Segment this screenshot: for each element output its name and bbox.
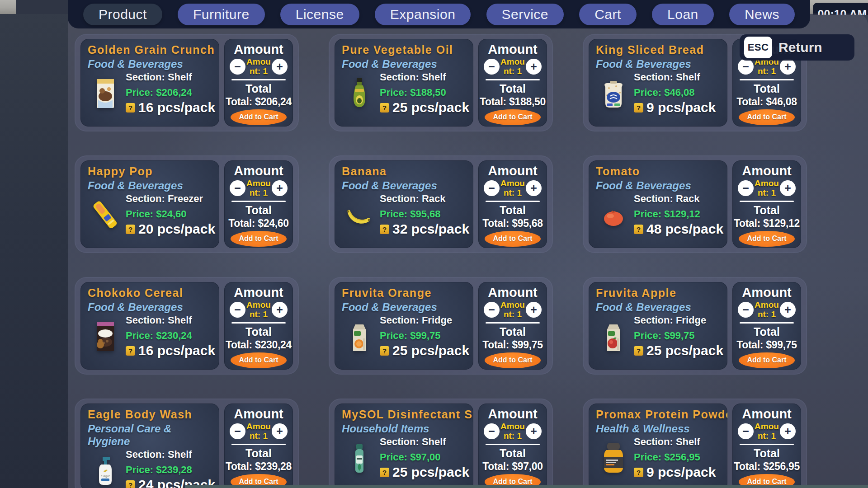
product-section: Section: Shelf bbox=[380, 71, 469, 83]
product-info-panel: Happy Pop Food & Beverages Section: Free… bbox=[80, 160, 219, 248]
product-card: Eagle Body Wash Personal Care & Hygiene … bbox=[75, 399, 299, 488]
pack-question-icon: ? bbox=[380, 346, 389, 356]
amount-title: Amount bbox=[488, 407, 538, 422]
product-price: Price: $188,50 bbox=[380, 87, 469, 99]
product-meta: Section: Rack Price: $95,68 ? 32 pcs/pac… bbox=[380, 193, 469, 237]
product-meta: Section: Fridge Price: $99,75 ? 25 pcs/p… bbox=[380, 314, 469, 358]
amount-title: Amount bbox=[234, 285, 283, 300]
product-image bbox=[596, 194, 631, 236]
total-title: Total bbox=[245, 204, 272, 217]
add-to-cart-button[interactable]: Add to Cart bbox=[231, 109, 287, 125]
product-info-panel: Golden Grain Crunch Food & Beverages Sec… bbox=[80, 39, 219, 127]
amount-title: Amount bbox=[742, 164, 792, 178]
total-value: Total: $239,28 bbox=[226, 460, 292, 473]
product-name: Golden Grain Crunch bbox=[88, 43, 217, 56]
product-meta: Section: Shelf Price: $46,08 ? 9 pcs/pac… bbox=[634, 71, 716, 115]
product-meta: Section: Rack Price: $129,12 ? 48 pcs/pa… bbox=[634, 193, 723, 237]
total-title: Total bbox=[754, 447, 780, 460]
product-category: Personal Care & Hygiene bbox=[88, 422, 217, 448]
add-to-cart-button[interactable]: Add to Cart bbox=[739, 109, 795, 125]
tab-cart[interactable]: Cart bbox=[579, 4, 637, 25]
product-price: Price: $46,08 bbox=[634, 87, 716, 99]
tab-license[interactable]: License bbox=[280, 4, 359, 25]
amount-title: Amount bbox=[742, 407, 792, 422]
tab-furniture[interactable]: Furniture bbox=[178, 4, 265, 25]
product-details: Section: Freezer Price: $24,60 ? 20 pcs/… bbox=[88, 193, 217, 237]
product-price: Price: $99,75 bbox=[380, 330, 469, 342]
counter-edge bbox=[185, 485, 868, 488]
product-section: Section: Rack bbox=[380, 193, 469, 205]
pack-question-icon: ? bbox=[126, 103, 135, 113]
product-name: Pure Vegetable Oil bbox=[342, 43, 471, 56]
add-to-cart-button[interactable]: Add to Cart bbox=[485, 231, 541, 247]
amount-stepper: − Amou nt: 1 + bbox=[484, 300, 542, 319]
tab-loan[interactable]: Loan bbox=[652, 4, 714, 25]
product-meta: Section: Shelf Price: $256,95 ? 9 pcs/pa… bbox=[634, 436, 716, 480]
tab-news[interactable]: News bbox=[729, 4, 795, 25]
tab-product[interactable]: Product bbox=[83, 4, 162, 25]
return-button[interactable]: ESC Return bbox=[740, 34, 854, 61]
product-name: Eagle Body Wash bbox=[88, 408, 217, 421]
tab-service[interactable]: Service bbox=[486, 4, 564, 25]
pack-size: 9 pcs/pack bbox=[646, 100, 716, 115]
product-category: Food & Beverages bbox=[342, 58, 471, 70]
product-grid: Golden Grain Crunch Food & Beverages Sec… bbox=[68, 27, 807, 488]
total-value: Total: $97,00 bbox=[482, 460, 543, 473]
total-value: Total: $99,75 bbox=[736, 339, 797, 351]
product-price: Price: $256,95 bbox=[634, 451, 716, 463]
product-details: Section: Shelf Price: $188,50 ? 25 pcs/p… bbox=[342, 71, 471, 115]
tab-expansion[interactable]: Expansion bbox=[375, 4, 471, 25]
product-price: Price: $230,24 bbox=[126, 330, 215, 342]
amount-value: Amou nt: 1 bbox=[242, 422, 275, 441]
pack-size: 16 pcs/pack bbox=[138, 343, 215, 358]
product-category: Household Items bbox=[342, 422, 471, 435]
add-to-cart-button[interactable]: Add to Cart bbox=[485, 352, 541, 368]
amount-panel: Amount − Amou nt: 1 + Total Total: $129,… bbox=[732, 160, 801, 248]
pack-size-row: ? 25 pcs/pack bbox=[380, 465, 469, 480]
product-name: Chokoko Cereal bbox=[88, 286, 217, 300]
add-to-cart-button[interactable]: Add to Cart bbox=[231, 231, 287, 247]
product-info-panel: Fruvita Apple Food & Beverages Section: … bbox=[589, 282, 727, 370]
product-info-panel: MySOL Disinfectant Spray Household Items… bbox=[335, 404, 473, 488]
product-section: Section: Shelf bbox=[634, 71, 716, 83]
product-name: Banana bbox=[342, 165, 471, 178]
pack-size: 20 pcs/pack bbox=[138, 221, 215, 237]
product-section: Section: Shelf bbox=[126, 71, 215, 83]
product-card: Happy Pop Food & Beverages Section: Free… bbox=[75, 155, 299, 253]
amount-title: Amount bbox=[488, 42, 538, 57]
product-card: Fruvita Apple Food & Beverages Section: … bbox=[583, 277, 807, 375]
pack-size: 25 pcs/pack bbox=[392, 100, 469, 115]
product-details: Section: Shelf Price: $206,24 ? 16 pcs/p… bbox=[88, 71, 217, 115]
product-price: Price: $129,12 bbox=[634, 208, 723, 220]
amount-panel: Amount − Amou nt: 1 + Total Total: $99,7… bbox=[478, 282, 547, 370]
amount-value: Amou nt: 1 bbox=[496, 300, 529, 319]
pack-question-icon: ? bbox=[380, 103, 389, 113]
add-to-cart-button[interactable]: Add to Cart bbox=[485, 109, 541, 125]
add-to-cart-button[interactable]: Add to Cart bbox=[739, 231, 795, 247]
amount-title: Amount bbox=[488, 164, 538, 178]
amount-value: Amou nt: 1 bbox=[750, 179, 783, 198]
product-info-panel: Pure Vegetable Oil Food & Beverages Sect… bbox=[335, 39, 473, 127]
product-section: Section: Fridge bbox=[634, 314, 723, 326]
product-info-panel: Promax Protein Powder Health & Wellness … bbox=[589, 404, 727, 488]
total-value: Total: $129,12 bbox=[734, 217, 800, 230]
total-value: Total: $188,50 bbox=[480, 96, 546, 108]
product-card: Golden Grain Crunch Food & Beverages Sec… bbox=[75, 34, 299, 131]
total-value: Total: $46,08 bbox=[736, 96, 797, 108]
amount-panel: Amount − Amou nt: 1 + Total Total: $239,… bbox=[224, 404, 293, 488]
amount-panel: Amount − Amou nt: 1 + Total Total: $97,0… bbox=[478, 404, 547, 488]
product-details: Section: Shelf Price: $256,95 ? 9 pcs/pa… bbox=[596, 436, 725, 480]
add-to-cart-button[interactable]: Add to Cart bbox=[739, 352, 795, 368]
product-section: Section: Fridge bbox=[380, 314, 469, 326]
clock-display: 00:10 AM bbox=[813, 3, 868, 15]
total-title: Total bbox=[754, 82, 780, 95]
product-info-panel: Tomato Food & Beverages Section: Rack Pr… bbox=[589, 160, 727, 248]
amount-divider bbox=[486, 322, 540, 324]
product-meta: Section: Freezer Price: $24,60 ? 20 pcs/… bbox=[126, 193, 215, 237]
pack-size: 16 pcs/pack bbox=[138, 100, 215, 115]
total-title: Total bbox=[500, 82, 526, 95]
pack-size-row: ? 25 pcs/pack bbox=[380, 100, 469, 115]
pack-size-row: ? 9 pcs/pack bbox=[634, 465, 716, 480]
total-title: Total bbox=[245, 447, 272, 460]
add-to-cart-button[interactable]: Add to Cart bbox=[231, 352, 287, 368]
